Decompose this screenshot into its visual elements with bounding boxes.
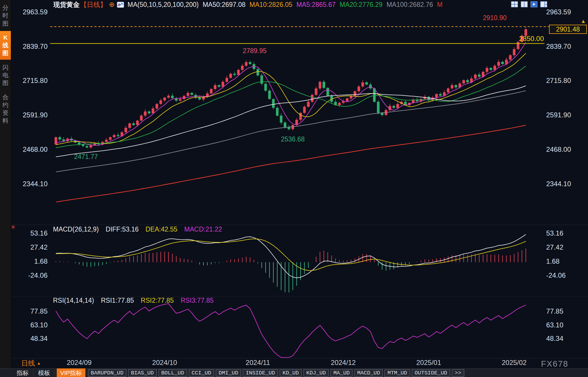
ma10-value: MA10:2826.05 xyxy=(250,1,293,9)
rsi1-value: RSI1:77.85 xyxy=(101,297,134,304)
watermark: FX678 xyxy=(541,359,568,369)
timeframe-text: 日线 xyxy=(21,359,35,367)
sidebar-tab-label: 闪电图 xyxy=(2,63,9,87)
rsi2-value: RSI2:77.85 xyxy=(141,297,174,304)
price-tag: 2901.48 xyxy=(549,25,587,34)
circle-plus-icon[interactable]: ⊕ xyxy=(109,1,115,9)
period-tag: 【日线】 xyxy=(80,0,107,9)
sidebar-tab-label: 合约资料 xyxy=(2,93,9,125)
layout-columns-icon[interactable] xyxy=(521,1,528,7)
layout-grid-icon[interactable] xyxy=(511,1,518,7)
macd-diff-value: DIFF:53.16 xyxy=(106,226,139,233)
bottom-tab[interactable]: INSIDE_UD xyxy=(243,369,278,377)
header-bar: 现货黄金 【日线】 ⊕ MA(50,10,5,20,100,200) MA50:… xyxy=(11,0,588,9)
macd-pane xyxy=(56,234,526,292)
bottom-tab[interactable]: MTM_UD xyxy=(385,369,410,377)
bottom-tab[interactable]: KD_UD xyxy=(280,369,302,377)
pane-divider xyxy=(11,225,588,225)
layout-add-pane-icon[interactable] xyxy=(540,1,547,7)
macd-header: MACD(26,12,9) DIFF:53.16 DEA:42.55 MACD:… xyxy=(53,226,222,233)
bottom-tab[interactable]: BIAS_UD xyxy=(128,369,157,377)
bottom-tab-bar: 指标模板VIP指标BARUPDN_UDBIAS_UDBOLL_UDCCI_UDD… xyxy=(0,368,588,377)
x-axis-line xyxy=(11,358,588,358)
macd-hist-value: MACD:21.22 xyxy=(184,226,222,233)
sidebar-tab-label: 分时图 xyxy=(2,4,9,27)
chart-canvas[interactable] xyxy=(0,0,588,377)
ma200-value: M xyxy=(437,1,442,9)
caret-up-icon: ▲ xyxy=(37,361,41,366)
bottom-tab[interactable]: OUTSIDE_UD xyxy=(412,369,450,377)
instrument-title: 现货黄金 xyxy=(53,0,80,9)
rsi-pane xyxy=(56,304,526,358)
ma100-value: MA100:2682.76 xyxy=(387,1,433,9)
ma20-value: MA20:2776.29 xyxy=(340,1,383,9)
bottom-tab[interactable]: MA_UD xyxy=(330,369,352,377)
layout-icon-group xyxy=(511,1,547,7)
bottom-tab[interactable]: >> xyxy=(452,369,464,377)
bottom-tab[interactable]: 指标 xyxy=(12,369,34,377)
sidebar-tab-contract-info[interactable]: 合约资料 xyxy=(0,91,11,127)
bottom-tab[interactable]: BARUPDN_UD xyxy=(88,369,126,377)
bottom-tab[interactable]: DMI_UD xyxy=(216,369,241,377)
sidebar: 分时图 K线图 闪电图 合约资料 xyxy=(0,0,11,368)
rsi-params-label: RSI(14,14,14) xyxy=(53,297,94,304)
ma-params-label: MA(50,10,5,20,100,200) xyxy=(128,1,199,9)
sidebar-tab-label: K线图 xyxy=(2,34,9,57)
macd-dea-value: DEA:42.55 xyxy=(146,226,177,233)
bottom-tab[interactable]: 模板 xyxy=(34,369,55,377)
timeframe-label[interactable]: 日线▲ xyxy=(21,359,41,368)
sidebar-tab-lightning-chart[interactable]: 闪电图 xyxy=(0,61,11,90)
ma50-value: MA50:2697.08 xyxy=(203,1,246,9)
latest-price-marker-icon[interactable]: ▲ xyxy=(581,18,586,24)
layout-active-pane-icon[interactable] xyxy=(530,1,538,7)
bottom-tab[interactable]: CCI_UD xyxy=(189,369,214,377)
ma5-value: MA5:2865.67 xyxy=(296,1,336,9)
sidebar-tab-kline-chart[interactable]: K线图 xyxy=(0,31,11,60)
macd-params-label: MACD(26,12,9) xyxy=(53,226,99,233)
bottom-tab[interactable]: MACD_UD xyxy=(354,369,383,377)
sidebar-tab-time-chart[interactable]: 分时图 xyxy=(0,1,11,30)
bottom-tab[interactable]: BOLL_UD xyxy=(158,369,187,377)
rsi3-value: RSI3:77.85 xyxy=(181,297,213,304)
candles-layer xyxy=(54,27,527,149)
rsi-header: RSI(14,14,14) RSI1:77.85 RSI2:77.85 RSI3… xyxy=(53,297,213,304)
bottom-tab[interactable]: KDJ_UD xyxy=(303,369,329,377)
candlestick-mini-icon[interactable] xyxy=(117,2,124,8)
bottom-tab[interactable]: VIP指标 xyxy=(57,368,85,377)
ma-lines-layer xyxy=(56,42,526,202)
level-line-label: 2850.00 xyxy=(502,35,544,43)
pane-divider xyxy=(11,296,588,296)
